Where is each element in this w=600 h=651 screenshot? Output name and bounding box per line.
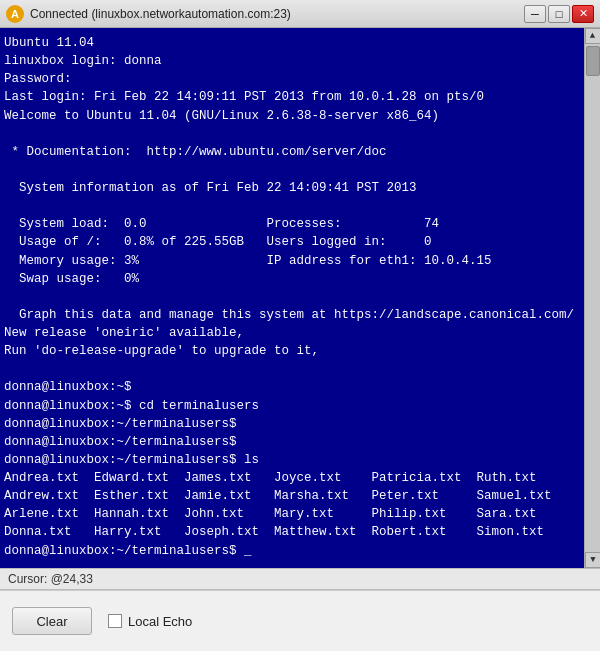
clear-button[interactable]: Clear (12, 607, 92, 635)
app-icon: A (6, 5, 24, 23)
terminal-wrapper: Ubuntu 11.04 linuxbox login: donna Passw… (0, 28, 600, 568)
title-bar-left: A Connected (linuxbox.networkautomation.… (6, 5, 291, 23)
title-bar: A Connected (linuxbox.networkautomation.… (0, 0, 600, 28)
status-bar: Cursor: @24,33 (0, 568, 600, 590)
scroll-thumb[interactable] (586, 46, 600, 76)
local-echo-checkbox[interactable] (108, 614, 122, 628)
scroll-down-button[interactable]: ▼ (585, 552, 600, 568)
minimize-button[interactable]: ─ (524, 5, 546, 23)
maximize-button[interactable]: □ (548, 5, 570, 23)
scroll-up-button[interactable]: ▲ (585, 28, 601, 44)
scrollbar[interactable]: ▲ ▼ (584, 28, 600, 568)
toolbar: Clear Local Echo (0, 590, 600, 651)
window-title: Connected (linuxbox.networkautomation.co… (30, 7, 291, 21)
terminal-output[interactable]: Ubuntu 11.04 linuxbox login: donna Passw… (0, 28, 584, 568)
local-echo-group: Local Echo (108, 614, 192, 629)
close-button[interactable]: ✕ (572, 5, 594, 23)
cursor-status: Cursor: @24,33 (8, 572, 93, 586)
local-echo-label: Local Echo (128, 614, 192, 629)
window-controls: ─ □ ✕ (524, 5, 594, 23)
